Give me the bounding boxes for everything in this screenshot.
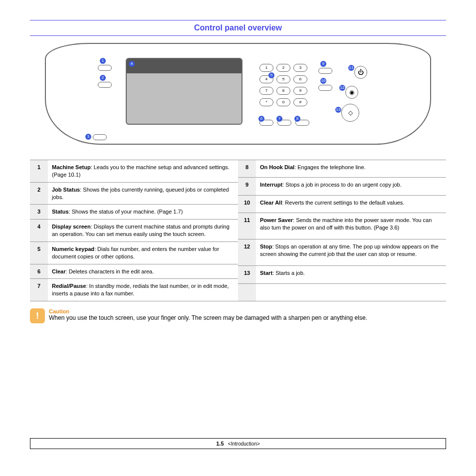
- status-button[interactable]: [93, 134, 107, 140]
- row-number: 12: [238, 239, 256, 266]
- key-star[interactable]: *: [259, 98, 273, 106]
- caution-text: When you use the touch screen, use your …: [49, 314, 367, 321]
- interrupt-button[interactable]: [318, 68, 332, 74]
- caution-icon: !: [30, 308, 45, 323]
- key-hash[interactable]: #: [293, 98, 307, 106]
- row-text: Redial/Pause: In standby mode, redials t…: [48, 279, 238, 301]
- row-number: 10: [238, 195, 256, 213]
- callout-2: 2: [100, 75, 106, 81]
- table-row: 4Display screen: Displays the current ma…: [30, 220, 238, 242]
- row-number: 6: [30, 264, 48, 279]
- table-row: 3Status: Shows the status of your machin…: [30, 205, 238, 220]
- table-row: 11Power Saver: Sends the machine into th…: [238, 213, 446, 239]
- row-text: Stop: Stops an operation at any time. Th…: [256, 239, 446, 266]
- row-text: Start: Starts a job.: [256, 266, 446, 283]
- row-text: Job Status: Shows the jobs currently run…: [48, 182, 238, 205]
- key-8[interactable]: 8: [276, 87, 290, 95]
- display-screen[interactable]: [126, 58, 242, 125]
- row-text: Clear All: Reverts the current settings …: [256, 195, 446, 213]
- callout-10: 10: [320, 78, 326, 84]
- section-title: Control panel overview: [30, 20, 446, 35]
- footer-section: <Introduction>: [228, 441, 260, 447]
- row-number: 11: [238, 213, 256, 239]
- table-row: 10Clear All: Reverts the current setting…: [238, 195, 446, 213]
- job-status-button[interactable]: [98, 82, 112, 88]
- row-text: Machine Setup: Leads you to the machine …: [48, 160, 238, 183]
- row-text: Power Saver: Sends the machine into the …: [256, 213, 446, 239]
- table-row: 9Interrupt: Stops a job in process to do…: [238, 178, 446, 195]
- key-2[interactable]: 2: [276, 64, 290, 72]
- callout-8: 8: [294, 116, 300, 122]
- callout-13: 13: [335, 107, 341, 113]
- table-row: 5Numeric keypad: Dials fax number, and e…: [30, 241, 238, 264]
- key-6[interactable]: 6: [293, 75, 307, 83]
- row-number: 3: [30, 205, 48, 220]
- key-5[interactable]: 5: [276, 75, 290, 83]
- table-row: 1Machine Setup: Leads you to the machine…: [30, 160, 238, 183]
- callout-3: 3: [85, 134, 91, 140]
- caution-label: Caution: [49, 308, 367, 314]
- numeric-keypad[interactable]: 1 2 3 4 5 6 7 8 9 * 0 #: [259, 64, 306, 106]
- row-text: Display screen: Displays the current mac…: [48, 220, 238, 242]
- callout-4: 4: [129, 61, 135, 67]
- stop-button[interactable]: ◉: [345, 86, 358, 99]
- description-table: 1Machine Setup: Leads you to the machine…: [30, 160, 446, 301]
- caution-block: ! Caution When you use the touch screen,…: [30, 308, 446, 323]
- table-row: 7Redial/Pause: In standby mode, redials …: [30, 279, 238, 301]
- table-row: 12Stop: Stops an operation at any time. …: [238, 239, 446, 266]
- callout-7: 7: [276, 116, 282, 122]
- row-number: 7: [30, 279, 48, 301]
- key-0[interactable]: 0: [276, 98, 290, 106]
- start-icon: ◇: [348, 109, 353, 116]
- bottom-rule: [30, 35, 446, 36]
- row-text: Numeric keypad: Dials fax number, and en…: [48, 241, 238, 264]
- callout-5: 5: [268, 72, 274, 78]
- power-icon: ⏻: [358, 69, 364, 76]
- key-3[interactable]: 3: [293, 64, 307, 72]
- callout-11: 11: [348, 65, 354, 71]
- table-row: [238, 283, 446, 301]
- callout-1: 1: [100, 58, 106, 64]
- row-number: 13: [238, 266, 256, 283]
- footer-page: 1.5: [216, 441, 224, 447]
- page-footer: 1.5 <Introduction>: [30, 438, 446, 449]
- table-row: 13Start: Starts a job.: [238, 266, 446, 283]
- row-number: 4: [30, 220, 48, 242]
- description-table-left: 1Machine Setup: Leads you to the machine…: [30, 160, 238, 301]
- table-row: 2Job Status: Shows the jobs currently ru…: [30, 182, 238, 205]
- description-table-right: 8On Hook Dial: Engages the telephone lin…: [238, 160, 446, 301]
- row-number: 8: [238, 160, 256, 178]
- key-1[interactable]: 1: [259, 64, 273, 72]
- row-number: 2: [30, 182, 48, 205]
- panel-illustration: 1 2 3 4 1 2 3 4 5 6 7 8 9 * 0 # 5: [45, 43, 431, 145]
- callout-12: 12: [339, 85, 345, 91]
- row-text: Clear: Deletes characters in the edit ar…: [48, 264, 238, 279]
- machine-setup-button[interactable]: [98, 65, 112, 71]
- callout-9: 9: [320, 61, 326, 67]
- key-7[interactable]: 7: [259, 87, 273, 95]
- callout-6: 6: [258, 116, 264, 122]
- row-number: 9: [238, 178, 256, 195]
- stop-icon: ◉: [349, 89, 354, 96]
- power-saver-button[interactable]: ⏻: [354, 66, 367, 79]
- row-number: 1: [30, 160, 48, 183]
- row-text: On Hook Dial: Engages the telephone line…: [256, 160, 446, 178]
- row-text: Interrupt: Stops a job in process to do …: [256, 178, 446, 195]
- table-row: 6Clear: Deletes characters in the edit a…: [30, 264, 238, 279]
- row-text: Status: Shows the status of your machine…: [48, 205, 238, 220]
- row-number: 5: [30, 241, 48, 264]
- clear-all-button[interactable]: [318, 85, 332, 91]
- table-row: 8On Hook Dial: Engages the telephone lin…: [238, 160, 446, 178]
- start-button[interactable]: ◇: [341, 104, 359, 122]
- key-9[interactable]: 9: [293, 87, 307, 95]
